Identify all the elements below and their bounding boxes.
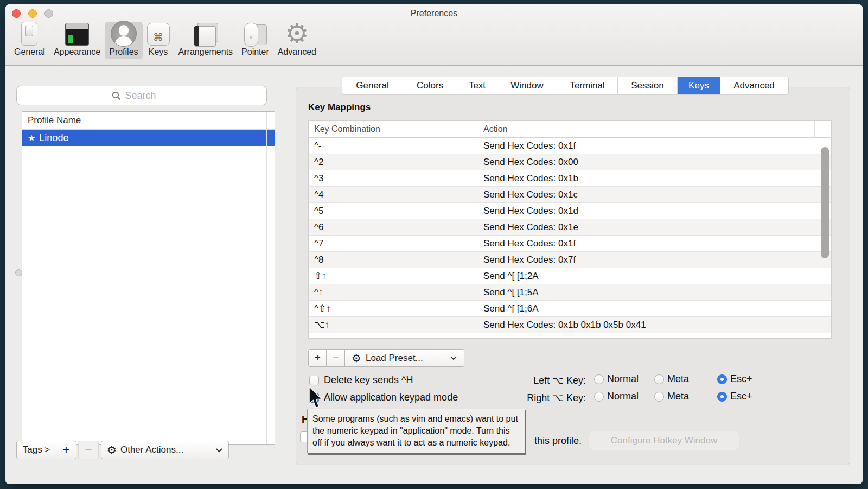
key-mappings-table: Key Combination Action ^-Send Hex Codes:…	[308, 120, 832, 339]
gear-icon: ⚙	[107, 443, 117, 456]
remove-mapping-button[interactable]: −	[327, 349, 345, 367]
column-header-action[interactable]: Action	[483, 121, 507, 137]
left-option-normal-radio[interactable]: Normal	[594, 373, 639, 385]
configure-hotkey-window-button[interactable]: Configure Hotkey Window	[589, 431, 739, 450]
delete-key-checkbox[interactable]: Delete key sends ^H	[309, 374, 413, 386]
add-mapping-button[interactable]: +	[308, 349, 327, 367]
tab-advanced[interactable]: Advanced	[720, 77, 788, 94]
table-row[interactable]: ^6Send Hex Codes: 0x1e	[309, 219, 831, 236]
gear-icon: ⚙	[352, 352, 361, 365]
toolbar-item-pointer[interactable]: Pointer	[237, 22, 273, 59]
table-scrollbar[interactable]	[821, 147, 829, 258]
general-switch-icon	[21, 22, 37, 46]
appearance-window-icon	[65, 23, 89, 46]
table-row[interactable]: ^3Send Hex Codes: 0x1b	[309, 170, 831, 187]
table-row[interactable]: ^8Send Hex Codes: 0x7f	[309, 252, 831, 268]
hotkey-profile-text-partial: this profile.	[534, 435, 582, 447]
preferences-toolbar: General Appearance Profiles ⌘ Keys	[10, 22, 321, 64]
profile-tabs: General Colors Text Window Terminal Sess…	[342, 77, 789, 94]
remove-profile-button[interactable]: −	[78, 441, 99, 459]
checkbox-unchecked	[309, 376, 319, 385]
left-option-meta-radio[interactable]: Meta	[654, 373, 689, 385]
tab-terminal[interactable]: Terminal	[557, 77, 618, 94]
tab-colors[interactable]: Colors	[403, 77, 457, 94]
preferences-window: Preferences General Appearance Profiles	[5, 4, 863, 484]
table-row[interactable]: ^5Send Hex Codes: 0x1d	[309, 203, 831, 219]
table-row[interactable]: ⌥↑Send Hex Codes: 0x1b 0x1b 0x5b 0x41	[309, 317, 831, 333]
profile-name: Linode	[39, 132, 68, 143]
table-header: Key Combination Action	[309, 121, 831, 138]
toolbar-item-appearance[interactable]: Appearance	[49, 22, 105, 59]
pane-splitter-handle[interactable]	[15, 269, 22, 276]
chevron-down-icon	[215, 448, 223, 453]
keys-command-icon: ⌘	[147, 23, 170, 46]
add-profile-button[interactable]: +	[56, 441, 76, 459]
mapping-controls: + − ⚙ Load Preset...	[308, 349, 464, 367]
profile-list: Profile Name ★Linode	[22, 111, 275, 445]
chevron-down-icon	[450, 355, 457, 360]
toolbar-item-general[interactable]: General	[10, 22, 49, 59]
tab-keys[interactable]: Keys	[678, 77, 720, 94]
table-row[interactable]: ^2Send Hex Codes: 0x00	[309, 154, 831, 170]
table-row[interactable]: ^-Send Hex Codes: 0x1f	[309, 138, 831, 154]
desktop-background: Preferences General Appearance Profiles	[0, 0, 868, 489]
toolbar-item-profiles[interactable]: Profiles	[105, 22, 142, 59]
star-icon: ★	[28, 134, 35, 143]
profiles-person-icon	[111, 22, 137, 46]
advanced-gear-icon: ⚙	[285, 22, 309, 46]
window-title: Preferences	[5, 9, 863, 18]
tab-general[interactable]: General	[342, 77, 403, 94]
keypad-mode-tooltip: Some programs (such as vim and emacs) wa…	[307, 409, 525, 453]
left-option-esc-radio[interactable]: Esc+	[717, 373, 752, 385]
profile-list-header: Profile Name	[22, 112, 275, 130]
load-preset-dropdown[interactable]: ⚙ Load Preset...	[345, 349, 464, 367]
search-input[interactable]	[124, 90, 172, 102]
pointer-mouse-icon	[243, 23, 267, 46]
key-mappings-heading: Key Mappings	[308, 102, 371, 113]
tab-session[interactable]: Session	[618, 77, 678, 94]
column-header-key-combination[interactable]: Key Combination	[314, 121, 380, 137]
table-row[interactable]: ⇧↑Send ^[ [1;2A	[309, 268, 831, 284]
tags-toggle-button[interactable]: Tags >	[16, 441, 56, 459]
left-option-key-label: Left ⌥ Key:	[510, 374, 586, 386]
tab-text[interactable]: Text	[457, 77, 497, 94]
window-chrome: Preferences General Appearance Profiles	[5, 4, 863, 66]
toolbar-item-keys[interactable]: ⌘ Keys	[143, 22, 174, 59]
profile-row-linode[interactable]: ★Linode	[22, 130, 275, 146]
tab-window[interactable]: Window	[497, 77, 557, 94]
toolbar-item-advanced[interactable]: ⚙ Advanced	[273, 22, 321, 59]
table-row[interactable]: ^4Send Hex Codes: 0x1c	[309, 187, 831, 203]
profile-search-field[interactable]	[16, 86, 267, 105]
table-row[interactable]: ^⇧↑Send ^[ [1;6A	[309, 301, 831, 317]
right-option-key-label: Right ⌥ Key:	[510, 392, 586, 404]
profile-list-column-divider	[266, 112, 267, 444]
other-actions-dropdown[interactable]: ⚙ Other Actions...	[101, 441, 229, 459]
arrangements-windows-icon	[193, 23, 218, 46]
toolbar-item-arrangements[interactable]: Arrangements	[174, 22, 238, 59]
right-option-normal-radio[interactable]: Normal	[594, 391, 639, 402]
keypad-mode-checkbox[interactable]: ✓ Allow application keypad mode	[309, 392, 458, 403]
right-option-meta-radio[interactable]: Meta	[654, 391, 689, 402]
table-row[interactable]: ^↑Send ^[ [1;5A	[309, 284, 831, 301]
right-option-esc-radio[interactable]: Esc+	[717, 391, 752, 402]
search-icon	[112, 91, 121, 100]
table-row[interactable]: ^7Send Hex Codes: 0x1f	[309, 236, 831, 252]
mouse-cursor-icon	[308, 386, 324, 410]
